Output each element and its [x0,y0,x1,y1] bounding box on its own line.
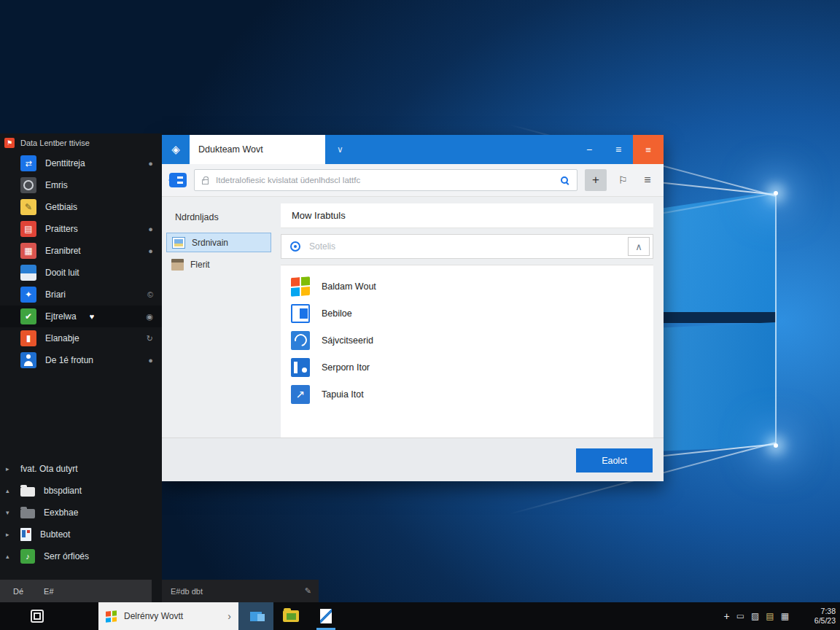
lock-icon [202,179,209,184]
start-icon [31,610,44,623]
list-item-label: Tapuia Itot [322,389,364,400]
folder-icon [283,610,299,622]
tray-printer-icon[interactable]: ▦ [781,611,789,621]
clock-date: 6/5/23 [796,616,836,626]
cloud-icon: ✦ [20,287,36,303]
sidebar-item[interactable]: Dooit luit [0,262,162,284]
item-label: Briari [45,289,66,300]
taskbar-app-document[interactable] [308,602,343,630]
taskbar-clock[interactable]: 7:38 6/5/23 [796,607,836,626]
task-view-icon [250,612,262,621]
item-label: Serr órfioés [44,551,89,561]
heart-icon: ♥ [90,312,95,321]
item-label: Eranibret [45,246,81,256]
nav-item[interactable]: Flerit [166,254,271,274]
person-icon [20,352,36,368]
start-button[interactable] [0,602,98,630]
taskbar-search[interactable]: Delrénvy Wovtt › [98,602,238,630]
list-item[interactable]: Bebiloe [291,300,653,327]
music-icon: ♪ [20,549,35,564]
tray-security-icon[interactable]: ▤ [766,611,774,621]
arrow-right-icon: › [228,610,231,622]
browser-toolbar: + ⚐ ≡ [162,164,664,197]
window-menu-button[interactable]: ≡ [604,135,633,164]
tray-network-icon[interactable]: ▨ [751,611,759,621]
arrow-icon: ↗ [291,385,310,404]
leaf-icon: ✔ [20,308,36,324]
image-icon [20,265,36,281]
sidebar-item[interactable]: ▤ Praitters ● [0,218,162,240]
menu-icon[interactable]: ≡ [639,174,656,187]
item-label: Bubteot [40,529,70,540]
item-label: fvat. Ota dutyrt [20,464,78,474]
chevron-down-icon[interactable]: ∨ [337,144,343,155]
list-item[interactable]: ↗ Tapuia Itot [291,381,653,408]
printer-icon: ▤ [20,221,36,237]
panel-search-strip: ✎ [162,580,319,602]
sidebar-item[interactable]: Emris [0,174,162,196]
sidebar-item[interactable]: ✎ Getbiais [0,196,162,218]
lower-item[interactable]: ▾ Eexbhae [0,502,162,524]
bookmark-flag-icon[interactable]: ⚐ [614,174,631,186]
lower-item[interactable]: ▴ bbspdiant [0,480,162,502]
window-frame-icon [291,304,310,323]
new-tab-button[interactable]: + [585,169,607,191]
browser-logo-icon[interactable] [169,173,187,187]
windows-logo-icon [106,610,117,622]
collapse-button[interactable]: ∧ [628,237,650,256]
glow-dot [774,443,778,448]
folder-icon [20,509,35,518]
marker-icon: ▸ [6,531,20,538]
item-label: Ejtrelwa [45,311,77,322]
notes-icon: ✎ [20,199,36,215]
taskbar-app-explorer[interactable] [273,602,308,630]
primary-action-button[interactable]: Eaolct [576,448,653,472]
panel-search-input[interactable] [169,586,305,596]
windows-logo-icon [291,276,310,297]
tray-device-icon[interactable]: ▭ [736,611,744,621]
sidebar-item[interactable]: ✦ Briari © [0,284,162,306]
folder-icon [20,487,35,497]
sidebar-item[interactable]: ▦ Eranibret ● [0,240,162,262]
marker-icon: ▸ [6,465,20,472]
window-nav: Ndrdnljads Srdnivain Flerit [162,198,281,438]
marker-icon: ▴ [6,553,20,560]
footer-button-2[interactable]: E# [36,587,61,596]
item-label: Emris [45,180,68,190]
list-item[interactable]: Baldam Wout [291,273,653,300]
list-item[interactable]: Serporn Itor [291,354,653,381]
camera-icon [20,177,36,193]
window-tab[interactable]: Ddukteam Wovt [190,135,325,164]
lower-item[interactable]: ▸ Bubteot [0,524,162,545]
photos-icon: ▦ [20,243,36,259]
search-icon[interactable] [561,176,568,184]
minimize-button[interactable]: − [575,135,604,164]
filter-search-input[interactable] [308,241,621,252]
nav-item-selected[interactable]: Srdnivain [166,233,271,252]
lower-item[interactable]: ▸ fvat. Ota dutyrt [0,458,162,480]
clock-time: 7:38 [796,607,836,616]
tab-title: Ddukteam Wovt [198,144,263,155]
footer-button-1[interactable]: Dé [6,587,31,596]
panel-logo-icon: ⚑ [4,138,15,148]
show-hidden-icons[interactable]: + [723,610,729,622]
section-header: Mow Irabtuls [281,203,653,228]
url-input[interactable] [214,175,555,185]
sidebar-item[interactable]: ⇄ Denttitreja ● [0,152,162,174]
calendar-icon [171,259,184,271]
filter-search[interactable]: ∧ [281,234,653,259]
battery-icon: ▮ [20,330,36,346]
address-bar[interactable] [194,169,578,191]
nav-item-label: Flerit [190,260,210,270]
lower-item[interactable]: ▴ ♪ Serr órfioés [0,545,162,567]
pencil-icon[interactable]: ✎ [305,586,311,596]
start-panel-header: ⚑ Data Lentber ttivise [0,133,162,152]
task-view-button[interactable] [238,602,273,630]
sidebar-item-highlighted[interactable]: ✔ Ejtrelwa ♥ ◉ [0,306,162,327]
close-button[interactable]: ≡ [633,135,664,164]
item-label: Dooit luit [45,268,79,278]
list-item[interactable]: Sájvcitseerid [291,327,653,354]
sidebar-item[interactable]: De 1é frotun ● [0,349,162,371]
taskbar-search-text: Delrénvy Wovtt [124,611,220,621]
sidebar-item[interactable]: ▮ Elanabje ↻ [0,327,162,349]
